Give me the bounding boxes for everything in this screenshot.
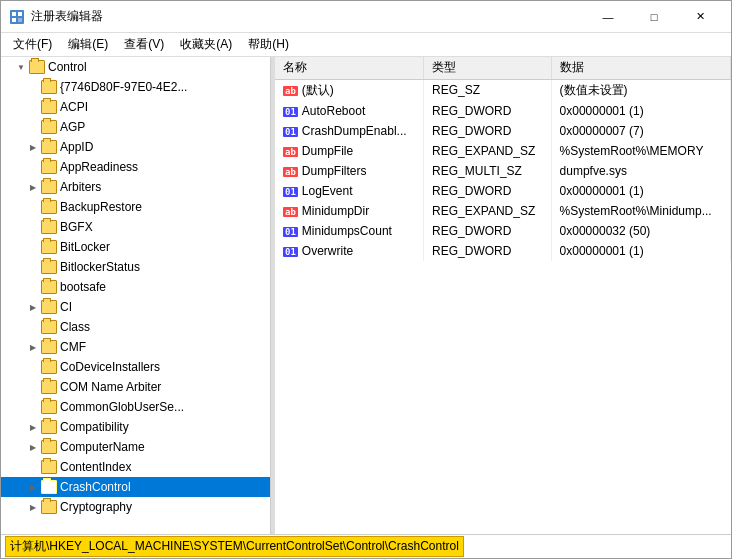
folder-icon xyxy=(41,460,57,474)
table-row[interactable]: 01LogEventREG_DWORD0x00000001 (1) xyxy=(275,181,731,201)
folder-icon xyxy=(41,340,57,354)
tree-item-computername[interactable]: ComputerName xyxy=(1,437,270,457)
col-name: 名称 xyxy=(275,57,424,79)
reg-type: REG_MULTI_SZ xyxy=(424,161,551,181)
folder-icon xyxy=(41,200,57,214)
menu-view[interactable]: 查看(V) xyxy=(116,34,172,55)
svg-rect-1 xyxy=(12,12,16,16)
tree-item-cmf[interactable]: CMF xyxy=(1,337,270,357)
expand-btn-computername[interactable] xyxy=(25,439,41,455)
tree-item-acpi[interactable]: ACPI xyxy=(1,97,270,117)
folder-icon xyxy=(41,80,57,94)
reg-type: REG_SZ xyxy=(424,79,551,101)
window-title: 注册表编辑器 xyxy=(31,8,585,25)
reg-name: 01Overwrite xyxy=(275,241,424,261)
table-row[interactable]: abDumpFiltersREG_MULTI_SZdumpfve.sys xyxy=(275,161,731,181)
folder-icon xyxy=(41,160,57,174)
tree-label: CrashControl xyxy=(60,480,131,494)
folder-icon xyxy=(41,440,57,454)
tree-item-bitlocker[interactable]: BitLocker xyxy=(1,237,270,257)
title-bar: 注册表编辑器 — □ ✕ xyxy=(1,1,731,33)
table-row[interactable]: 01CrashDumpEnabl...REG_DWORD0x00000007 (… xyxy=(275,121,731,141)
tree-item-bitlockerstatus[interactable]: BitlockerStatus xyxy=(1,257,270,277)
tree-item-appreadiness[interactable]: AppReadiness xyxy=(1,157,270,177)
reg-dword-icon: 01 xyxy=(283,227,298,237)
tree-label: {7746D80F-97E0-4E2... xyxy=(60,80,187,94)
reg-name: 01LogEvent xyxy=(275,181,424,201)
reg-data: (数值未设置) xyxy=(551,79,730,101)
folder-icon xyxy=(41,420,57,434)
app-icon xyxy=(9,9,25,25)
tree-item-compatibility[interactable]: Compatibility xyxy=(1,417,270,437)
expand-btn-crashcontrol[interactable] xyxy=(25,479,41,495)
tree-label: ACPI xyxy=(60,100,88,114)
values-scroll[interactable]: 名称 类型 数据 ab(默认)REG_SZ(数值未设置)01AutoReboot… xyxy=(275,57,731,534)
tree-item-7746d80f[interactable]: {7746D80F-97E0-4E2... xyxy=(1,77,270,97)
tree-item-ci[interactable]: CI xyxy=(1,297,270,317)
tree-label: AppID xyxy=(60,140,93,154)
folder-icon xyxy=(41,320,57,334)
table-row[interactable]: 01AutoRebootREG_DWORD0x00000001 (1) xyxy=(275,101,731,121)
expand-btn-compatibility[interactable] xyxy=(25,419,41,435)
menu-file[interactable]: 文件(F) xyxy=(5,34,60,55)
table-row[interactable]: 01OverwriteREG_DWORD0x00000001 (1) xyxy=(275,241,731,261)
reg-name: 01AutoReboot xyxy=(275,101,424,121)
tree-label: AGP xyxy=(60,120,85,134)
folder-icon xyxy=(41,360,57,374)
tree-item-bootsafe[interactable]: bootsafe xyxy=(1,277,270,297)
reg-data: 0x00000001 (1) xyxy=(551,101,730,121)
reg-name: abMinidumpDir xyxy=(275,201,424,221)
expand-btn-control[interactable] xyxy=(13,59,29,75)
reg-dword-icon: 01 xyxy=(283,107,298,117)
expand-btn-ci[interactable] xyxy=(25,299,41,315)
menu-help[interactable]: 帮助(H) xyxy=(240,34,297,55)
tree-item-appid[interactable]: AppID xyxy=(1,137,270,157)
tree-label: ComputerName xyxy=(60,440,145,454)
folder-icon xyxy=(41,280,57,294)
tree-item-backuprestore[interactable]: BackupRestore xyxy=(1,197,270,217)
tree-label: Cryptography xyxy=(60,500,132,514)
expand-btn-appid[interactable] xyxy=(25,139,41,155)
tree-scroll[interactable]: Control{7746D80F-97E0-4E2...ACPIAGPAppID… xyxy=(1,57,270,534)
tree-item-cryptography[interactable]: Cryptography xyxy=(1,497,270,517)
col-type: 类型 xyxy=(424,57,551,79)
table-row[interactable]: ab(默认)REG_SZ(数值未设置) xyxy=(275,79,731,101)
reg-name: abDumpFilters xyxy=(275,161,424,181)
reg-data: 0x00000001 (1) xyxy=(551,241,730,261)
folder-icon xyxy=(41,480,57,494)
reg-string-icon: ab xyxy=(283,86,298,96)
tree-label: AppReadiness xyxy=(60,160,138,174)
tree-item-control[interactable]: Control xyxy=(1,57,270,77)
tree-item-arbiters[interactable]: Arbiters xyxy=(1,177,270,197)
tree-item-comnamearbiter[interactable]: COM Name Arbiter xyxy=(1,377,270,397)
folder-icon xyxy=(41,220,57,234)
svg-rect-3 xyxy=(12,18,16,22)
maximize-button[interactable]: □ xyxy=(631,1,677,33)
tree-label: Control xyxy=(48,60,87,74)
tree-item-crashcontrol[interactable]: CrashControl xyxy=(1,477,270,497)
tree-pane: Control{7746D80F-97E0-4E2...ACPIAGPAppID… xyxy=(1,57,271,534)
menu-favorites[interactable]: 收藏夹(A) xyxy=(172,34,240,55)
table-row[interactable]: abMinidumpDirREG_EXPAND_SZ%SystemRoot%\M… xyxy=(275,201,731,221)
reg-name: abDumpFile xyxy=(275,141,424,161)
values-table: 名称 类型 数据 ab(默认)REG_SZ(数值未设置)01AutoReboot… xyxy=(275,57,731,261)
close-button[interactable]: ✕ xyxy=(677,1,723,33)
tree-item-commonglobuserset[interactable]: CommonGlobUserSe... xyxy=(1,397,270,417)
tree-label: CommonGlobUserSe... xyxy=(60,400,184,414)
folder-icon xyxy=(41,500,57,514)
minimize-button[interactable]: — xyxy=(585,1,631,33)
tree-label: Class xyxy=(60,320,90,334)
expand-btn-cmf[interactable] xyxy=(25,339,41,355)
menu-edit[interactable]: 编辑(E) xyxy=(60,34,116,55)
table-row[interactable]: 01MinidumpsCountREG_DWORD0x00000032 (50) xyxy=(275,221,731,241)
tree-item-bgfx[interactable]: BGFX xyxy=(1,217,270,237)
tree-item-class[interactable]: Class xyxy=(1,317,270,337)
tree-label: bootsafe xyxy=(60,280,106,294)
tree-item-codeviceinstallers[interactable]: CoDeviceInstallers xyxy=(1,357,270,377)
tree-item-contentindex[interactable]: ContentIndex xyxy=(1,457,270,477)
expand-btn-cryptography[interactable] xyxy=(25,499,41,515)
table-row[interactable]: abDumpFileREG_EXPAND_SZ%SystemRoot%\MEMO… xyxy=(275,141,731,161)
tree-item-agp[interactable]: AGP xyxy=(1,117,270,137)
reg-data: %SystemRoot%\MEMORY xyxy=(551,141,730,161)
expand-btn-arbiters[interactable] xyxy=(25,179,41,195)
